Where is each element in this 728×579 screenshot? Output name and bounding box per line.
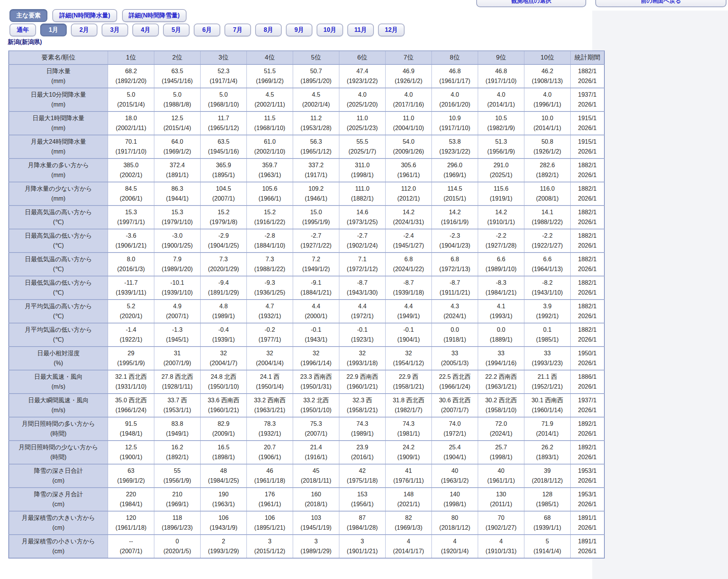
- month-tab-10[interactable]: 9月: [286, 24, 312, 36]
- record-value: 359.7: [248, 160, 292, 170]
- record-date: (1956/1/9): [155, 476, 199, 486]
- month-tab-6[interactable]: 5月: [163, 24, 190, 36]
- rank-value-cell: -0.4(1939/1): [201, 323, 247, 347]
- record-value: 11.0: [386, 113, 431, 123]
- record-value: 41: [386, 466, 431, 476]
- rank-value-cell: 32.3 西(1958/1/21): [339, 394, 386, 417]
- record-value: 15.3: [155, 207, 199, 217]
- record-value: 55.5: [340, 137, 384, 147]
- record-date: (1989/1): [201, 311, 246, 321]
- record-date: (2018/1/12): [525, 476, 570, 486]
- month-tab-8[interactable]: 7月: [224, 24, 251, 36]
- table-row: 日最大瞬間風速・風向(m/s)35.0 西北西(1966/1/24)33.7 西…: [9, 394, 604, 417]
- rank-value-cell: 14.6(1973/1/25): [339, 206, 386, 229]
- record-date: (1904/1): [433, 452, 477, 462]
- month-tab-7[interactable]: 6月: [194, 24, 220, 36]
- record-value: 16.2: [155, 442, 199, 452]
- month-tab-13[interactable]: 12月: [378, 24, 405, 36]
- record-date: (1969/1/2): [248, 76, 292, 86]
- record-value: -8.3: [479, 278, 523, 288]
- rank-value-cell: 70.1(1917/1/10): [108, 135, 154, 158]
- element-label-cell: 日最低気温の高い方から(℃): [9, 253, 108, 276]
- record-value: 32: [386, 348, 431, 358]
- period-cell: 1882/12026/1: [571, 276, 605, 300]
- rank-value-cell: 15.3(1997/1/1): [108, 206, 154, 229]
- column-header-11: 10位: [524, 51, 571, 64]
- view-tab-1[interactable]: 主な要素: [9, 9, 47, 22]
- record-date: (1969/1): [155, 499, 199, 509]
- record-value: 52.3: [201, 66, 246, 76]
- record-value: 78.3: [248, 419, 292, 429]
- top-right-button-1[interactable]: 観測地点の選択: [476, 0, 586, 7]
- rank-value-cell: 55.5(2025/1/7): [339, 135, 386, 158]
- rank-value-cell: 68(1939/1/1): [524, 511, 571, 535]
- view-tab-2[interactable]: 詳細(N時間降水量): [52, 9, 117, 22]
- record-date: (1904/1/25): [201, 241, 246, 251]
- record-value: -2.2: [479, 231, 523, 241]
- rank-value-cell: 40(1963/1/2): [432, 464, 478, 488]
- record-value: 22.9 西: [386, 372, 431, 382]
- rank-value-cell: 23.3 西南西(1950/1/31): [293, 370, 339, 394]
- record-date: (1989/1): [340, 429, 384, 439]
- rank-value-cell: 311.0(1998/1): [339, 158, 386, 182]
- top-right-button-2[interactable]: 前の画面へ戻る: [595, 0, 726, 7]
- month-tab-3[interactable]: 2月: [71, 24, 97, 36]
- month-tab-9[interactable]: 8月: [255, 24, 282, 36]
- view-tab-3[interactable]: 詳細(N時間降雪量): [122, 9, 187, 22]
- rank-value-cell: 24.1 西(1950/1/4): [247, 370, 293, 394]
- rank-value-cell: 54.0(2009/1/26): [386, 135, 432, 158]
- record-value: 337.2: [294, 160, 338, 170]
- month-tab-5[interactable]: 4月: [132, 24, 159, 36]
- month-tab-1[interactable]: 通年: [9, 24, 36, 36]
- record-date: (1949/1): [386, 311, 431, 321]
- record-value: 5.2: [109, 301, 153, 311]
- record-date: (1922/1): [109, 335, 153, 345]
- period-end: 2026/1: [571, 76, 603, 86]
- rank-value-cell: 52.3(1917/1/4): [201, 64, 247, 88]
- record-value: 14.2: [386, 207, 431, 217]
- month-tab-12[interactable]: 11月: [347, 24, 374, 36]
- record-date: (2002/1/11): [248, 100, 292, 110]
- record-date: (1916/1/9): [433, 217, 477, 227]
- element-unit: (m/s): [10, 382, 107, 392]
- record-value: 33: [479, 348, 523, 358]
- rank-value-cell: 116.0(2008/1): [524, 182, 571, 206]
- rank-value-cell: 33(1993/1/23): [524, 347, 571, 370]
- record-value: 11.2: [294, 113, 338, 123]
- period-end: 2026/1: [571, 452, 603, 462]
- period-start: 1882/1: [571, 325, 603, 335]
- record-date: (1927/1/22): [294, 241, 338, 251]
- record-date: (2002/1/11): [109, 123, 153, 133]
- record-date: (2007/1/9): [155, 358, 199, 368]
- period-cell: 1886/12026/1: [571, 370, 605, 394]
- record-date: (1906/1/21): [109, 241, 153, 251]
- record-value: 372.4: [155, 160, 199, 170]
- record-value: 33: [525, 348, 570, 358]
- record-date: (1964/1/13): [525, 264, 570, 274]
- record-value: 46.2: [525, 66, 570, 76]
- record-value: 14.1: [525, 207, 570, 217]
- rank-value-cell: 3(2015/1/12): [247, 535, 293, 558]
- month-tab-11[interactable]: 10月: [317, 24, 343, 36]
- record-date: (1969/1/2): [109, 476, 153, 486]
- record-date: (2018/1/12): [433, 523, 477, 533]
- rank-value-cell: 32.1 西北西(1931/1/10): [108, 370, 154, 394]
- record-value: 91.5: [109, 419, 153, 429]
- record-value: 10.0: [525, 113, 570, 123]
- rank-value-cell: 337.2(1917/1): [293, 158, 339, 182]
- period-cell: 1915/12026/1: [571, 111, 605, 135]
- month-tab-4[interactable]: 3月: [102, 24, 128, 36]
- period-end: 2026/1: [571, 170, 603, 180]
- rank-value-cell: -8.3(1984/1/21): [478, 276, 524, 300]
- rank-value-cell: 7.2(1949/1/2): [293, 253, 339, 276]
- rank-value-cell: 39(2018/1/12): [524, 464, 571, 488]
- record-value: 305.6: [386, 160, 431, 170]
- rank-value-cell: 22.9 西(1958/1/21): [386, 370, 432, 394]
- rank-value-cell: 5.0(1968/1/10): [201, 88, 247, 111]
- rank-value-cell: 50.8(1926/1/2): [524, 135, 571, 158]
- element-label-cell: 月最深積雪の小さい方から(cm): [9, 535, 108, 558]
- rank-value-cell: 50.7(1895/1/20): [293, 64, 339, 88]
- column-header-10: 9位: [478, 51, 524, 64]
- period-start: 1915/1: [571, 137, 603, 147]
- month-tab-2[interactable]: 1月: [40, 24, 67, 36]
